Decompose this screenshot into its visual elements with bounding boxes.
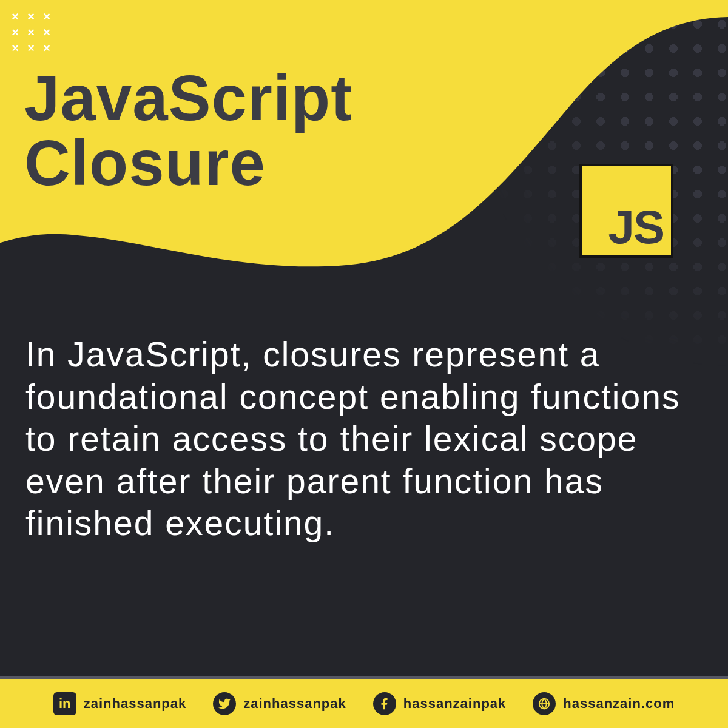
cross-icon: × [23,24,39,40]
cross-icon: × [7,8,23,24]
cross-icon: × [7,40,23,56]
title-line-2: Closure [24,127,266,198]
cross-icon: × [39,8,55,24]
title-line-1: JavaScript [24,62,352,133]
js-logo-text: JS [608,203,664,251]
social-item-twitter[interactable]: zainhassanPAK [213,692,346,715]
cross-icon: × [23,40,39,56]
cross-icon: × [39,24,55,40]
social-item-website[interactable]: hassanzain.com [533,692,675,715]
cross-icon: × [39,40,55,56]
twitter-icon [213,692,236,715]
body-paragraph: In JavaScript, closures represent a foun… [25,334,703,545]
cross-icon: × [7,24,23,40]
social-item-linkedin[interactable]: in zainhassanpak [53,692,187,715]
globe-icon [533,692,556,715]
decorative-crosses: × × × × × × × × × [7,8,55,56]
social-handle: zainhassanpak [84,696,187,712]
cross-icon: × [23,8,39,24]
js-logo-badge: JS [579,164,673,258]
social-handle: hassanzainpak [403,696,507,712]
social-handle: hassanzain.com [563,696,675,712]
page-title: JavaScript Closure [24,66,352,195]
social-item-facebook[interactable]: hassanzainpak [373,692,507,715]
social-handle: zainhassanPAK [243,696,346,712]
social-footer-bar: in zainhassanpak zainhassanPAK hassanzai… [0,676,728,728]
facebook-icon [373,692,396,715]
linkedin-icon: in [53,692,76,715]
